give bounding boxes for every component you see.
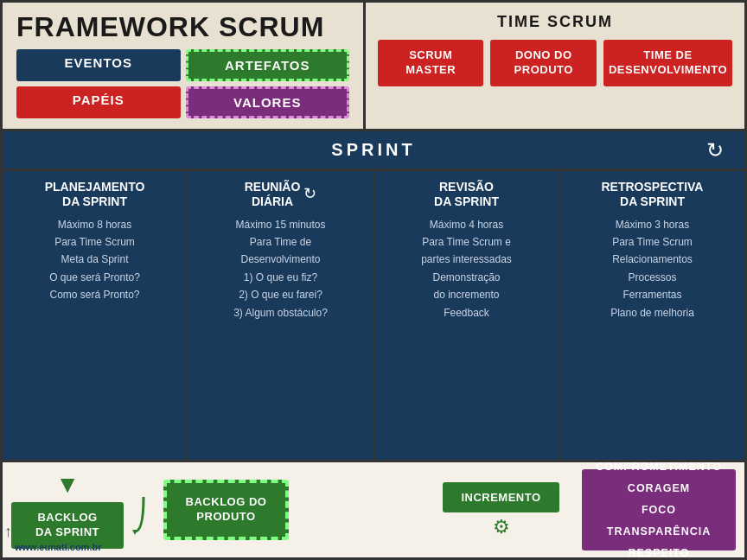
time-section: TIME SCRUM SCRUMMASTER DONO DOPRODUTO TI… <box>366 3 744 129</box>
website-label: www.eunati.com.br <box>15 542 101 552</box>
framework-section: FRAMEWORK SCRUM EVENTOS ARTEFATOS PAPÉIS… <box>3 3 366 129</box>
valores-button[interactable]: VALORES <box>186 86 350 118</box>
valores-col: COMPROMETIMENTOCORAGEMFOCOTRANSPARÊNCIAR… <box>582 469 736 550</box>
time-dev-button[interactable]: TIME DEDESENVOLVIMENTO <box>603 40 732 86</box>
time-title: TIME SCRUM <box>497 13 613 31</box>
arrow-down-icon: ▼ <box>55 471 80 499</box>
backlog-produto-col: BACKLOG DOPRODUTO <box>163 469 289 550</box>
gear-icon: ⚙ <box>493 516 510 538</box>
reuniao-refresh-icon: ↻ <box>303 185 316 204</box>
event-retrospectiva-title: RETROSPECTIVADA SPRINT <box>569 180 736 209</box>
backlog-sprint-col: ▼ BACKLOGDA SPRINT ↑ <box>11 469 124 550</box>
valores-list: COMPROMETIMENTOCORAGEMFOCOTRANSPARÊNCIAR… <box>596 456 722 561</box>
artefatos-button[interactable]: ARTEFATOS <box>186 49 350 81</box>
events-section: PLANEJAMENTODA SPRINT Máximo 8 horasPara… <box>3 171 744 462</box>
spacer <box>296 469 436 550</box>
event-planejamento-title: PLANEJAMENTODA SPRINT <box>11 180 178 209</box>
event-revisao: REVISÃODA SPRINT Máximo 4 horasPara Time… <box>374 171 560 460</box>
event-retrospectiva: RETROSPECTIVADA SPRINT Máximo 3 horasPar… <box>560 171 744 460</box>
curved-arrow-svg <box>131 497 156 540</box>
framework-grid: EVENTOS ARTEFATOS PAPÉIS VALORES <box>16 49 349 118</box>
backlog-produto-button[interactable]: BACKLOG DOPRODUTO <box>163 480 289 540</box>
incremento-button[interactable]: INCREMENTO <box>443 482 559 512</box>
event-planejamento: PLANEJAMENTODA SPRINT Máximo 8 horasPara… <box>3 171 188 460</box>
time-grid: SCRUMMASTER DONO DOPRODUTO TIME DEDESENV… <box>378 40 732 86</box>
event-revisao-title: REVISÃODA SPRINT <box>383 180 550 209</box>
papeis-button[interactable]: PAPÉIS <box>16 86 181 118</box>
arrow-area <box>131 469 156 550</box>
scrum-master-button[interactable]: SCRUMMASTER <box>378 40 483 86</box>
incremento-col: INCREMENTO ⚙ <box>443 469 559 550</box>
sprint-bar: SPRINT ↻ <box>3 131 744 171</box>
event-reuniao: REUNIÃODIÁRIA ↻ Máximo 15 minutosPara Ti… <box>188 171 374 460</box>
spacer2 <box>566 469 575 550</box>
sprint-refresh-icon: ↻ <box>706 138 727 162</box>
main-container: FRAMEWORK SCRUM EVENTOS ARTEFATOS PAPÉIS… <box>0 0 747 560</box>
sprint-label: SPRINT <box>331 140 415 160</box>
top-section: FRAMEWORK SCRUM EVENTOS ARTEFATOS PAPÉIS… <box>3 3 744 131</box>
event-revisao-content: Máximo 4 horasPara Time Scrum epartes in… <box>383 216 550 321</box>
bottom-section: ▼ BACKLOGDA SPRINT ↑ BACKLOG DOPRODUTO I… <box>3 462 744 557</box>
event-planejamento-content: Máximo 8 horasPara Time ScrumMeta da Spr… <box>11 216 178 304</box>
event-reuniao-content: Máximo 15 minutosPara Time deDesenvolvim… <box>197 216 364 321</box>
framework-title: FRAMEWORK SCRUM <box>16 13 349 41</box>
arrow-up-green-icon: ↑ <box>4 522 13 542</box>
dono-produto-button[interactable]: DONO DOPRODUTO <box>490 40 596 86</box>
eventos-button[interactable]: EVENTOS <box>16 49 181 81</box>
event-reuniao-title: REUNIÃODIÁRIA ↻ <box>197 180 364 209</box>
event-retrospectiva-content: Máximo 3 horasPara Time ScrumRelacioname… <box>569 216 736 321</box>
